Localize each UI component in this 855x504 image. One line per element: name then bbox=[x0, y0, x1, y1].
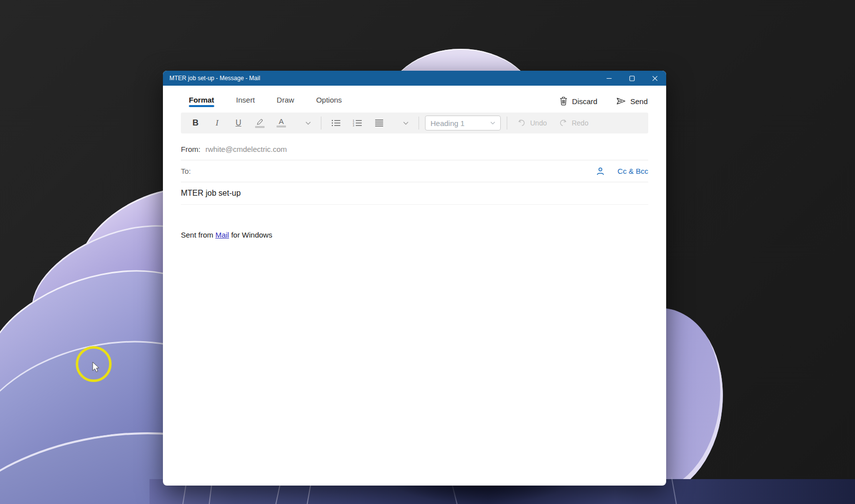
bullet-list-icon bbox=[331, 119, 341, 127]
mail-link[interactable]: Mail bbox=[215, 231, 229, 239]
subject-field-row[interactable]: MTER job set-up bbox=[181, 182, 648, 205]
highlight-button[interactable] bbox=[249, 115, 271, 131]
mouse-cursor bbox=[92, 362, 101, 374]
to-field-row: To: Cc & Bcc bbox=[181, 160, 648, 182]
from-field-row: From: rwhite@cmdelectric.com bbox=[181, 138, 648, 160]
ribbon-tabs: Format Insert Draw Options bbox=[189, 96, 342, 110]
mail-compose-window: MTER job set-up - Message - Mail Format … bbox=[163, 71, 666, 486]
from-value: rwhite@cmdelectric.com bbox=[205, 145, 287, 153]
formatting-toolbar: B I U A bbox=[181, 113, 648, 133]
send-button[interactable]: Send bbox=[616, 97, 648, 106]
bold-button[interactable]: B bbox=[185, 115, 206, 131]
tab-draw[interactable]: Draw bbox=[277, 96, 294, 110]
close-button[interactable] bbox=[643, 71, 666, 86]
numbered-list-button[interactable]: 123 bbox=[347, 115, 368, 131]
undo-label: Undo bbox=[530, 119, 547, 127]
chevron-down-icon bbox=[490, 122, 495, 125]
from-label: From: bbox=[181, 145, 200, 153]
svg-text:3: 3 bbox=[353, 124, 354, 127]
redo-label: Redo bbox=[571, 119, 588, 127]
numbered-list-icon: 123 bbox=[353, 119, 362, 127]
close-icon bbox=[652, 76, 658, 81]
font-options-dropdown[interactable] bbox=[299, 115, 317, 131]
redo-icon bbox=[559, 119, 568, 127]
tab-options[interactable]: Options bbox=[316, 96, 342, 110]
alignment-button[interactable] bbox=[368, 115, 390, 131]
subject-input[interactable]: MTER job set-up bbox=[181, 189, 648, 198]
style-dropdown-value: Heading 1 bbox=[430, 119, 490, 127]
redo-button[interactable]: Redo bbox=[559, 119, 588, 127]
maximize-icon bbox=[629, 76, 635, 81]
discard-button[interactable]: Discard bbox=[560, 97, 597, 106]
to-label: To: bbox=[181, 167, 191, 175]
font-color-button[interactable]: A bbox=[271, 115, 292, 131]
window-title: MTER job set-up - Message - Mail bbox=[169, 75, 597, 82]
maximize-button[interactable] bbox=[620, 71, 643, 86]
trash-icon bbox=[560, 97, 568, 106]
undo-button[interactable]: Undo bbox=[517, 119, 547, 127]
chevron-down-icon bbox=[305, 122, 311, 125]
titlebar[interactable]: MTER job set-up - Message - Mail bbox=[163, 71, 666, 86]
minimize-button[interactable] bbox=[597, 71, 620, 86]
body-text-suffix: for Windows bbox=[229, 231, 273, 239]
italic-button[interactable]: I bbox=[206, 115, 228, 131]
desktop-wallpaper: MTER job set-up - Message - Mail Format … bbox=[0, 0, 855, 504]
send-icon bbox=[616, 97, 626, 105]
discard-label: Discard bbox=[572, 97, 597, 106]
paragraph-options-dropdown[interactable] bbox=[397, 115, 415, 131]
ribbon-tabs-row: Format Insert Draw Options Discard Send bbox=[163, 86, 666, 110]
person-icon[interactable] bbox=[595, 166, 605, 176]
cc-bcc-button[interactable]: Cc & Bcc bbox=[617, 167, 648, 175]
style-dropdown[interactable]: Heading 1 bbox=[425, 116, 501, 130]
send-label: Send bbox=[630, 97, 648, 106]
undo-icon bbox=[517, 119, 526, 127]
chevron-down-icon bbox=[403, 122, 409, 125]
tab-format[interactable]: Format bbox=[189, 96, 214, 110]
body-text-prefix: Sent from bbox=[181, 231, 215, 239]
tab-insert[interactable]: Insert bbox=[236, 96, 255, 110]
highlighter-icon bbox=[256, 119, 264, 125]
minimize-icon bbox=[606, 76, 612, 81]
to-input[interactable] bbox=[191, 160, 595, 182]
alignment-icon bbox=[375, 119, 384, 127]
message-body-editor[interactable]: Sent from Mail for Windows bbox=[163, 205, 666, 486]
ribbon-actions: Discard Send bbox=[560, 97, 648, 110]
bullet-list-button[interactable] bbox=[325, 115, 347, 131]
underline-button[interactable]: U bbox=[228, 115, 249, 131]
